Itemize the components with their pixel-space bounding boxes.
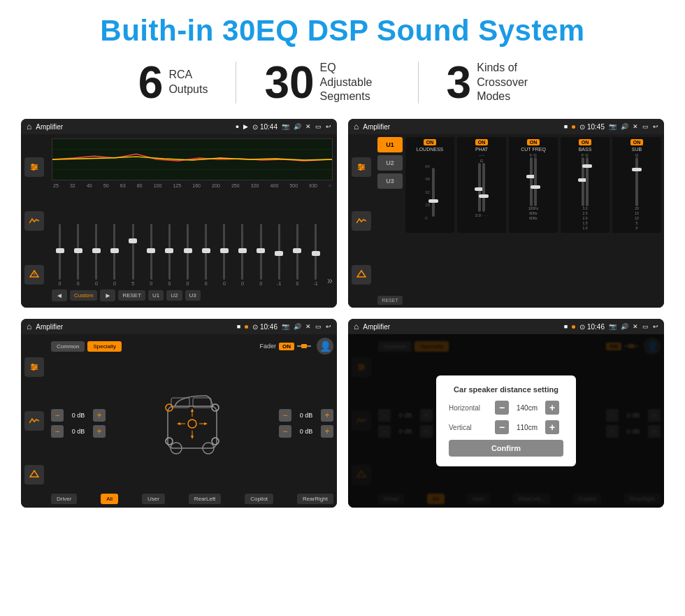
modal-horizontal-plus[interactable]: + bbox=[545, 401, 559, 415]
fader-rearright-btn[interactable]: RearRight bbox=[297, 494, 333, 504]
eq-sliders-area: 0 0 0 0 bbox=[52, 191, 333, 287]
fader-x-icon: ✕ bbox=[305, 323, 311, 330]
fader-vol2-value: 0 dB bbox=[66, 428, 91, 435]
fader-vol4-plus[interactable]: + bbox=[321, 425, 333, 438]
fader-rearleft-btn[interactable]: RearLeft bbox=[189, 494, 222, 504]
cross-x-icon: ✕ bbox=[633, 123, 638, 130]
fader-driver-btn[interactable]: Driver bbox=[51, 494, 77, 504]
fader-vol2-plus[interactable]: + bbox=[93, 425, 106, 438]
fader-copilot-btn[interactable]: Copilot bbox=[245, 494, 273, 504]
eq-u2-btn[interactable]: U2 bbox=[166, 290, 182, 301]
eq-u1-btn[interactable]: U1 bbox=[148, 290, 164, 301]
fader-vol3-minus[interactable]: − bbox=[279, 409, 291, 422]
screenshots-grid: ⌂ Amplifier ● ▶ ⊙ 10:44 📷 🔊 ✕ ▭ ↩ bbox=[21, 119, 664, 508]
eq-expand-btn[interactable]: » bbox=[326, 275, 333, 286]
fader-vol3-value: 0 dB bbox=[294, 412, 319, 419]
stat-crossover-label: Kinds ofCrossover Modes bbox=[477, 61, 547, 104]
sub-sliders bbox=[635, 157, 638, 206]
car-svg bbox=[154, 385, 231, 462]
fader-vol1-plus[interactable]: + bbox=[93, 409, 106, 422]
stat-rca: 6 RCAOutputs bbox=[110, 60, 236, 105]
eq-rect-icon: ▭ bbox=[315, 123, 322, 130]
fader-side-btn-2[interactable] bbox=[24, 411, 44, 431]
eq-side-btn-1[interactable] bbox=[24, 157, 44, 177]
cutfreq-on-badge: ON bbox=[527, 139, 540, 145]
eq-prev-btn[interactable]: ◄ bbox=[52, 289, 67, 301]
fader-vol4-value: 0 dB bbox=[294, 428, 319, 435]
cross-side-btn-1[interactable] bbox=[352, 157, 371, 177]
fader-cam-icon: 📷 bbox=[282, 323, 289, 330]
cross-u1-btn[interactable]: U1 bbox=[377, 137, 403, 152]
cross-u2-btn[interactable]: U2 bbox=[377, 155, 403, 171]
cross-side-btn-2[interactable] bbox=[352, 211, 371, 231]
fader-right-volumes: − 0 dB + − 0 dB + bbox=[279, 409, 333, 438]
cutfreq-label: CUT FREQ bbox=[521, 147, 546, 152]
modal-horizontal-value: 140cm bbox=[513, 404, 541, 412]
eq-custom-btn[interactable]: Custom bbox=[70, 290, 98, 301]
eq-side-btn-3[interactable] bbox=[24, 265, 44, 285]
confirm-button[interactable]: Confirm bbox=[449, 440, 563, 457]
modal-vertical-row: Vertical − 110cm + bbox=[449, 420, 563, 434]
bass-sliders bbox=[582, 157, 589, 206]
eq-reset-btn[interactable]: RESET bbox=[118, 290, 145, 301]
loudness-slider[interactable] bbox=[432, 168, 435, 217]
eq-side-btn-2[interactable] bbox=[24, 211, 44, 231]
fader-nav-buttons: Driver All User RearLeft Copilot RearRig… bbox=[51, 494, 333, 504]
eq-slider-11: 0 bbox=[253, 224, 269, 286]
cross-channels-top: ON LOUDNESS 644832160 bbox=[405, 137, 661, 233]
cross-vol-icon: 🔊 bbox=[621, 123, 628, 130]
eq-status-bar: ⌂ Amplifier ● ▶ ⊙ 10:44 📷 🔊 ✕ ▭ ↩ bbox=[21, 119, 337, 134]
fader-side-btn-3[interactable] bbox=[24, 465, 44, 485]
loudness-on-badge: ON bbox=[424, 139, 437, 145]
cross-side-btn-3[interactable] bbox=[352, 265, 371, 285]
modal-title: Car speaker distance setting bbox=[449, 385, 563, 394]
eq-slider-10: 0 bbox=[234, 224, 250, 286]
fader-dot-icon bbox=[245, 325, 248, 329]
modal-vertical-label: Vertical bbox=[449, 424, 491, 431]
cross-u3-btn[interactable]: U3 bbox=[377, 173, 403, 189]
fader-vol1-minus[interactable]: − bbox=[51, 409, 64, 422]
cross-rect-icon: ▭ bbox=[642, 123, 649, 130]
eq-back-icon: ↩ bbox=[326, 123, 331, 130]
svg-point-37 bbox=[188, 420, 196, 428]
fader-user-btn[interactable]: User bbox=[142, 494, 165, 504]
fader-vol2-minus[interactable]: − bbox=[51, 425, 64, 438]
fader-label: Fader bbox=[259, 343, 276, 350]
distance-modal: Car speaker distance setting Horizontal … bbox=[436, 375, 576, 466]
fader-vol3-plus[interactable]: + bbox=[321, 409, 333, 422]
fader-all-btn[interactable]: All bbox=[101, 494, 118, 504]
fader-side-btn-1[interactable] bbox=[24, 357, 44, 377]
fader-back-icon: ↩ bbox=[326, 323, 331, 330]
eq-slider-6: 0 bbox=[161, 224, 178, 286]
dist-x-icon: ✕ bbox=[633, 323, 638, 330]
phat-label: PHAT bbox=[475, 147, 488, 152]
fader-common-tab[interactable]: Common bbox=[51, 341, 85, 352]
eq-next-btn[interactable]: ► bbox=[100, 289, 115, 301]
phat-sliders bbox=[478, 163, 485, 212]
bass-channel: ON BASS F G 3.02.52.01.51.0 bbox=[561, 137, 610, 233]
fader-screen-card: ⌂ Amplifier ■ ⊙ 10:46 📷 🔊 ✕ ▭ ↩ bbox=[21, 319, 337, 508]
fader-main-area: Common Specialty Fader ON 👤 − 0 bbox=[48, 334, 337, 508]
eq-cam-icon: 📷 bbox=[282, 123, 289, 130]
cross-time: ⊙ 10:45 bbox=[579, 123, 605, 131]
eq-freq-labels: 253240 506380 100125160 200250320 400500… bbox=[52, 183, 333, 188]
fader-screen-title: Amplifier bbox=[36, 323, 233, 331]
fader-vol1-value: 0 dB bbox=[66, 412, 91, 419]
cross-reset-btn[interactable]: RESET bbox=[377, 296, 403, 305]
cross-back-icon: ↩ bbox=[653, 123, 658, 130]
dist-screen-content: Common Specialty ON 👤 − 0 dB + bbox=[348, 334, 664, 508]
eq-vol-icon: 🔊 bbox=[294, 123, 301, 130]
fader-specialty-tab[interactable]: Specialty bbox=[87, 341, 121, 352]
modal-horizontal-minus[interactable]: − bbox=[495, 401, 509, 415]
svg-point-4 bbox=[34, 166, 37, 169]
fader-vol4-minus[interactable]: − bbox=[279, 425, 291, 438]
fader-time: ⊙ 10:46 bbox=[252, 323, 277, 331]
eq-u3-btn[interactable]: U3 bbox=[185, 290, 201, 301]
eq-slider-7: 0 bbox=[180, 224, 196, 286]
bass-on-badge: ON bbox=[579, 139, 592, 145]
modal-vertical-plus[interactable]: + bbox=[545, 420, 559, 434]
eq-play-icon: ● bbox=[236, 123, 239, 130]
modal-vertical-minus[interactable]: − bbox=[495, 420, 509, 434]
dist-time: ⊙ 10:46 bbox=[579, 323, 605, 331]
fader-vol-row-2: − 0 dB + bbox=[51, 425, 106, 438]
